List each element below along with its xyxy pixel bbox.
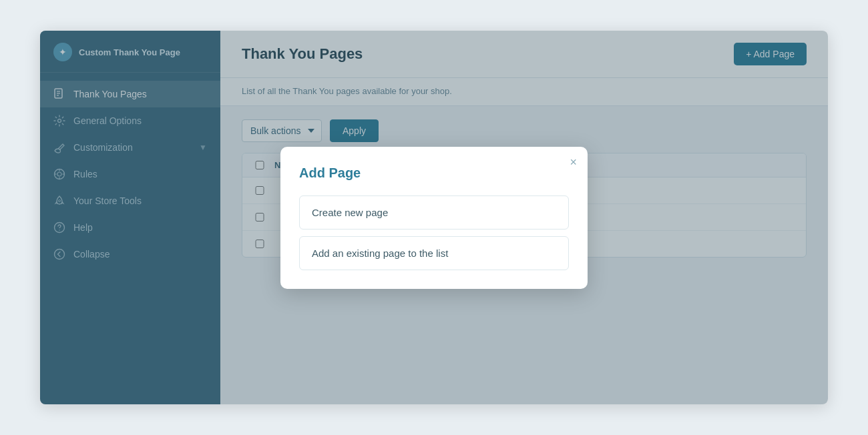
modal-close-button[interactable]: ×: [570, 156, 577, 168]
add-existing-page-option[interactable]: Add an existing page to the list: [299, 236, 569, 270]
modal-title: Add Page: [299, 165, 569, 181]
create-new-page-option[interactable]: Create new page: [299, 195, 569, 230]
app-wrapper: ✦ Custom Thank You Page Thank You Pages …: [40, 31, 828, 404]
modal-overlay[interactable]: × Add Page Create new page Add an existi…: [40, 31, 828, 404]
add-page-modal: × Add Page Create new page Add an existi…: [280, 147, 588, 289]
